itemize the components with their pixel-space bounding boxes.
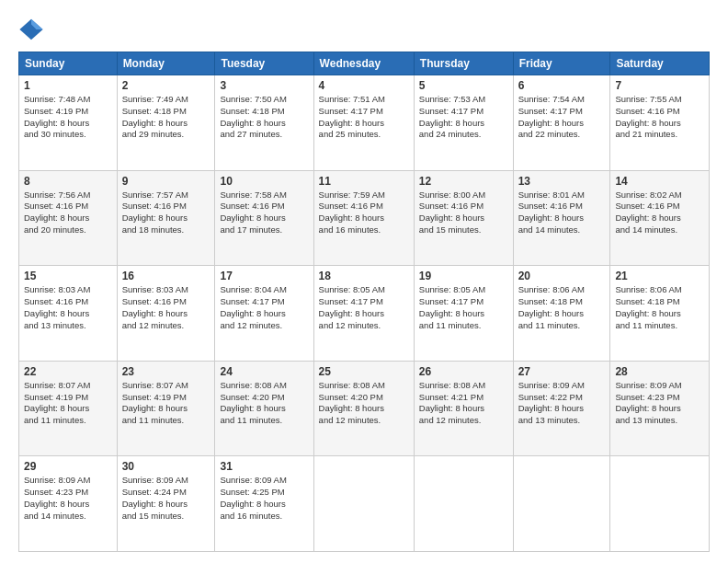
day-info-line: and 29 minutes. [122, 129, 185, 139]
day-info-line: and 22 minutes. [518, 129, 581, 139]
day-info-line: and 14 minutes. [615, 224, 677, 235]
day-info-line: and 11 minutes. [24, 415, 86, 425]
day-info: Sunrise: 8:08 AMSunset: 4:20 PMDaylight:… [319, 380, 409, 427]
calendar-day-cell: 25Sunrise: 8:08 AMSunset: 4:20 PMDayligh… [313, 361, 414, 456]
day-number: 15 [24, 270, 112, 282]
day-info-line: Daylight: 8 hours [615, 308, 680, 318]
day-info-line: Sunrise: 8:02 AM [615, 190, 681, 200]
logo [18, 17, 48, 42]
day-number: 22 [24, 365, 112, 378]
day-info: Sunrise: 7:50 AMSunset: 4:18 PMDaylight:… [220, 94, 308, 141]
day-info-line: Daylight: 8 hours [319, 118, 384, 128]
day-info-line: and 21 minutes. [615, 129, 677, 139]
day-info: Sunrise: 8:05 AMSunset: 4:17 PMDaylight:… [319, 284, 409, 331]
day-info-line: Sunrise: 8:09 AM [615, 380, 681, 390]
day-info: Sunrise: 8:02 AMSunset: 4:16 PMDaylight:… [615, 190, 704, 236]
day-info-line: and 13 minutes. [24, 320, 86, 330]
day-info-line: Sunset: 4:16 PM [615, 106, 679, 116]
day-info-line: Sunset: 4:17 PM [319, 296, 383, 306]
day-info-line: Sunset: 4:17 PM [220, 296, 284, 306]
calendar-week-row: 22Sunrise: 8:07 AMSunset: 4:19 PMDayligh… [19, 361, 710, 456]
calendar-day-cell: 2Sunrise: 7:49 AMSunset: 4:18 PMDaylight… [117, 75, 215, 171]
day-number: 8 [24, 175, 112, 188]
calendar-week-row: 29Sunrise: 8:09 AMSunset: 4:23 PMDayligh… [19, 456, 710, 552]
day-info-line: Sunset: 4:16 PM [24, 201, 88, 211]
day-info: Sunrise: 7:51 AMSunset: 4:17 PMDaylight:… [319, 94, 409, 141]
day-number: 19 [419, 270, 508, 282]
day-info-line: Daylight: 8 hours [319, 403, 384, 413]
day-number: 24 [220, 365, 308, 378]
day-info-line: Sunrise: 8:00 AM [419, 190, 485, 200]
day-info-line: and 11 minutes. [419, 320, 482, 330]
day-info: Sunrise: 8:09 AMSunset: 4:23 PMDaylight:… [615, 380, 704, 427]
day-info-line: and 12 minutes. [220, 320, 282, 330]
day-info-line: Sunset: 4:22 PM [518, 392, 583, 402]
calendar-day-cell: 27Sunrise: 8:09 AMSunset: 4:22 PMDayligh… [513, 361, 610, 456]
day-info-line: Sunset: 4:18 PM [518, 296, 583, 306]
day-info-line: Daylight: 8 hours [122, 213, 188, 223]
day-info-line: and 13 minutes. [518, 415, 581, 425]
day-info-line: Sunrise: 8:05 AM [319, 284, 385, 294]
calendar-day-cell: 11Sunrise: 7:59 AMSunset: 4:16 PMDayligh… [313, 170, 414, 266]
day-info-line: Sunrise: 7:57 AM [122, 190, 188, 200]
day-info-line: Sunrise: 7:58 AM [220, 190, 286, 200]
day-info-line: and 24 minutes. [419, 129, 482, 139]
day-number: 6 [518, 79, 606, 92]
day-info-line: and 16 minutes. [220, 511, 282, 521]
day-info: Sunrise: 8:08 AMSunset: 4:20 PMDaylight:… [220, 380, 308, 427]
day-info-line: Daylight: 8 hours [220, 499, 285, 509]
day-info-line: Daylight: 8 hours [615, 213, 680, 223]
day-info-line: Sunrise: 8:09 AM [518, 380, 585, 390]
day-info: Sunrise: 8:04 AMSunset: 4:17 PMDaylight:… [220, 284, 308, 331]
day-info-line: Sunset: 4:16 PM [518, 201, 583, 211]
day-info-line: Sunrise: 8:08 AM [220, 380, 286, 390]
day-info-line: Daylight: 8 hours [122, 308, 188, 318]
day-info-line: Daylight: 8 hours [24, 403, 89, 413]
calendar-day-cell [513, 456, 610, 552]
day-info-line: Sunset: 4:19 PM [24, 106, 88, 116]
day-info: Sunrise: 7:58 AMSunset: 4:16 PMDaylight:… [220, 190, 308, 236]
day-info-line: Daylight: 8 hours [518, 403, 584, 413]
day-info-line: Daylight: 8 hours [24, 213, 89, 223]
day-info-line: Sunrise: 7:48 AM [24, 94, 90, 104]
calendar-day-cell: 8Sunrise: 7:56 AMSunset: 4:16 PMDaylight… [19, 170, 118, 266]
calendar-day-cell: 10Sunrise: 7:58 AMSunset: 4:16 PMDayligh… [215, 170, 313, 266]
calendar-day-cell: 14Sunrise: 8:02 AMSunset: 4:16 PMDayligh… [610, 170, 710, 266]
day-info: Sunrise: 7:53 AMSunset: 4:17 PMDaylight:… [419, 94, 508, 141]
day-number: 11 [319, 175, 409, 188]
day-info-line: Daylight: 8 hours [518, 118, 584, 128]
day-info-line: Daylight: 8 hours [24, 308, 89, 318]
day-info-line: Sunrise: 7:56 AM [24, 190, 90, 200]
day-info-line: Sunset: 4:16 PM [615, 201, 679, 211]
calendar-day-cell: 19Sunrise: 8:05 AMSunset: 4:17 PMDayligh… [414, 266, 513, 362]
day-number: 20 [518, 270, 606, 282]
day-info-line: Sunset: 4:18 PM [615, 296, 679, 306]
day-info-line: Sunset: 4:16 PM [122, 296, 187, 306]
day-info-line: and 11 minutes. [122, 415, 185, 425]
day-number: 17 [220, 270, 308, 282]
day-number: 31 [220, 460, 308, 473]
day-info: Sunrise: 7:56 AMSunset: 4:16 PMDaylight:… [24, 190, 112, 236]
day-info-line: and 12 minutes. [419, 415, 482, 425]
day-info-line: Daylight: 8 hours [319, 308, 384, 318]
day-info: Sunrise: 7:59 AMSunset: 4:16 PMDaylight:… [319, 190, 409, 236]
day-info-line: and 20 minutes. [24, 224, 86, 235]
calendar-day-cell: 6Sunrise: 7:54 AMSunset: 4:17 PMDaylight… [513, 75, 610, 171]
day-info-line: Sunrise: 8:09 AM [122, 475, 188, 485]
calendar-day-cell [414, 456, 513, 552]
day-number: 9 [122, 175, 210, 188]
calendar-table: SundayMondayTuesdayWednesdayThursdayFrid… [18, 52, 710, 552]
day-info-line: and 12 minutes. [319, 320, 381, 330]
calendar-day-cell: 15Sunrise: 8:03 AMSunset: 4:16 PMDayligh… [19, 266, 118, 362]
day-number: 4 [319, 79, 409, 92]
day-info-line: Daylight: 8 hours [419, 308, 484, 318]
day-info-line: Sunset: 4:17 PM [319, 106, 383, 116]
day-info-line: Sunset: 4:21 PM [419, 392, 483, 402]
day-info-line: Sunrise: 8:06 AM [518, 284, 585, 294]
day-info-line: Daylight: 8 hours [122, 499, 188, 509]
calendar-day-cell: 26Sunrise: 8:08 AMSunset: 4:21 PMDayligh… [414, 361, 513, 456]
day-info-line: Daylight: 8 hours [615, 118, 680, 128]
day-info-line: Sunrise: 8:07 AM [122, 380, 188, 390]
day-info-line: Daylight: 8 hours [419, 118, 484, 128]
day-info: Sunrise: 8:05 AMSunset: 4:17 PMDaylight:… [419, 284, 508, 331]
